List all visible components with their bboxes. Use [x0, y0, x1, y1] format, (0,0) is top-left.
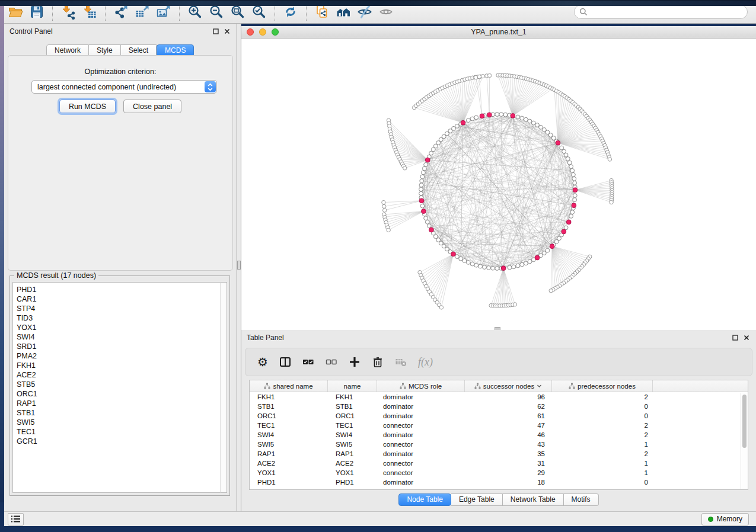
table-cell: ACE2 [250, 459, 328, 468]
network-graph[interactable] [241, 39, 755, 329]
table-cell: 2 [552, 421, 653, 430]
zoom-selected-icon [251, 4, 267, 20]
table-scrollbar[interactable] [741, 393, 747, 489]
table-cell: dominator [377, 411, 465, 421]
mcds-node-item[interactable]: ACE2 [17, 370, 220, 380]
close-panel-button[interactable]: Close panel [123, 100, 181, 113]
column-header-successor-nodes[interactable]: successor nodes [465, 380, 552, 392]
table-row[interactable]: TEC1TEC1connector472 [250, 421, 748, 430]
close-panel-icon[interactable] [224, 28, 230, 34]
table-cell: 29 [465, 468, 552, 477]
houses-icon [336, 4, 351, 20]
select-stepper-icon [205, 81, 216, 92]
deselect-all-columns-button[interactable] [326, 356, 337, 368]
network-window-title: YPA_prune.txt_1 [241, 28, 756, 36]
table-row[interactable]: RAP1RAP1dominator352 [250, 449, 748, 459]
table-tab-edge-table[interactable]: Edge Table [451, 493, 503, 506]
table-row[interactable]: STB1STB1dominator620 [250, 402, 748, 411]
table-cell: 0 [552, 411, 653, 421]
close-panel-icon[interactable] [744, 335, 749, 341]
table-cell: 31 [465, 459, 552, 468]
table-cell: connector [377, 468, 465, 477]
mcds-node-item[interactable]: SWI4 [17, 332, 220, 342]
table-cell: ACE2 [328, 459, 377, 468]
table-row[interactable]: FKH1FKH1dominator962 [250, 392, 748, 402]
table-options-gear-button[interactable]: ⚙ [257, 356, 268, 368]
vertical-splitter[interactable] [237, 24, 241, 511]
save-icon [29, 4, 44, 20]
column-type-icon [474, 383, 481, 389]
delete-table-icon [395, 356, 407, 368]
vertical-splitter-handle[interactable] [237, 261, 241, 270]
table-cell: 61 [465, 411, 552, 421]
export-image-icon [156, 4, 171, 20]
memory-button[interactable]: Memory [701, 513, 749, 525]
table-row[interactable]: SWI4SWI4dominator462 [250, 430, 748, 440]
table-tab-node-table[interactable]: Node Table [398, 493, 451, 506]
table-cell: SWI4 [328, 430, 377, 440]
show-columns-button[interactable] [279, 356, 291, 368]
mcds-node-item[interactable]: TEC1 [17, 427, 220, 437]
add-column-button[interactable] [349, 356, 361, 368]
network-canvas[interactable] [241, 39, 756, 330]
column-type-icon [264, 383, 270, 389]
table-panel-title: Table Panel [247, 334, 284, 342]
mcds-node-item[interactable]: YOX1 [17, 323, 220, 332]
network-view-window: YPA_prune.txt_1 [241, 26, 756, 330]
mcds-node-item[interactable]: CAR1 [17, 294, 220, 304]
mcds-node-item[interactable]: PHD1 [17, 285, 220, 294]
optimization-criterion-value: largest connected component (undirected) [37, 83, 176, 91]
network-window-titlebar[interactable]: YPA_prune.txt_1 [241, 26, 756, 39]
table-cell: 35 [465, 449, 552, 459]
float-panel-icon[interactable] [732, 335, 738, 341]
mcds-node-item[interactable]: STB1 [17, 408, 220, 418]
table-cell: PHD1 [250, 477, 328, 487]
mcds-node-item[interactable]: SRD1 [17, 342, 220, 351]
export-network-icon [113, 4, 129, 20]
table-row[interactable]: YOX1YOX1connector291 [250, 468, 748, 477]
table-cell: TEC1 [328, 421, 377, 430]
memory-status-dot [708, 517, 713, 522]
export-table-icon [135, 4, 150, 20]
panel-menu-button[interactable] [8, 513, 24, 525]
table-cell: dominator [377, 477, 465, 487]
mcds-node-item[interactable]: RAP1 [17, 399, 220, 408]
delete-column-button[interactable] [372, 356, 384, 368]
table-row[interactable]: SWI5SWI5connector431 [250, 440, 748, 449]
table-row[interactable]: PHD1PHD1dominator180 [250, 477, 748, 487]
mcds-node-item[interactable]: SWI5 [17, 418, 220, 427]
float-panel-icon[interactable] [213, 28, 219, 34]
mcds-node-item[interactable]: FKH1 [17, 361, 220, 370]
mcds-node-item[interactable]: STP4 [17, 304, 220, 313]
table-tab-network-table[interactable]: Network Table [503, 493, 564, 506]
run-mcds-button[interactable]: Run MCDS [59, 100, 116, 113]
table-row[interactable]: ACE2ACE2connector311 [250, 459, 748, 468]
mcds-node-item[interactable]: TID3 [17, 313, 220, 323]
mcds-result-list[interactable]: PHD1CAR1STP4TID3YOX1SWI4SRD1PMA2FKH1ACE2… [12, 282, 220, 493]
mcds-node-item[interactable]: GCR1 [17, 437, 220, 446]
table-cell: RAP1 [328, 449, 377, 459]
mcds-panel: Optimization criterion: largest connecte… [8, 55, 233, 271]
column-header-predecessor-nodes[interactable]: predecessor nodes [552, 380, 653, 392]
import-network-icon [60, 4, 76, 20]
table-cell: 0 [552, 477, 653, 487]
control-panel-titlebar: Control Panel [4, 24, 237, 39]
table-tab-motifs[interactable]: Motifs [564, 493, 599, 506]
column-header-MCDS-role[interactable]: MCDS role [377, 380, 465, 392]
optimization-criterion-select[interactable]: largest connected component (undirected) [31, 80, 217, 94]
mcds-result-scrollbar[interactable] [220, 282, 227, 493]
table-cell: RAP1 [250, 449, 328, 459]
column-header-shared-name[interactable]: shared name [250, 380, 328, 392]
search-input[interactable] [591, 6, 747, 18]
column-header-name[interactable]: name [328, 380, 377, 392]
list-icon [11, 515, 20, 523]
zoom-in-icon [187, 4, 203, 20]
select-all-columns-button[interactable] [302, 356, 314, 368]
table-scrollbar-thumb[interactable] [742, 395, 747, 448]
mcds-node-item[interactable]: STB5 [17, 380, 220, 389]
table-row[interactable]: ORC1ORC1dominator610 [250, 411, 748, 421]
table-cell: YOX1 [250, 468, 328, 477]
table-cell: 1 [552, 459, 653, 468]
mcds-node-item[interactable]: ORC1 [17, 389, 220, 399]
mcds-node-item[interactable]: PMA2 [17, 351, 220, 361]
